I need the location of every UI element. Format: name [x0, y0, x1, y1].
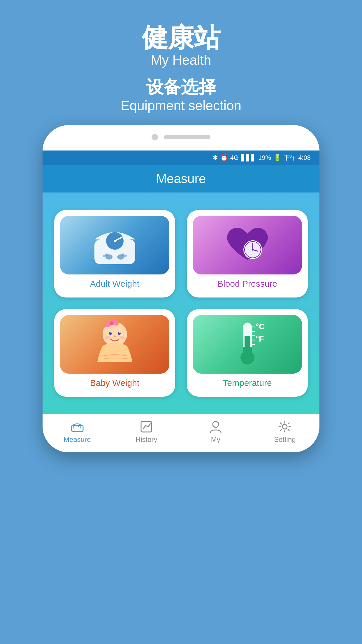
time-display: 下午 4:08: [284, 153, 311, 162]
history-nav-icon: [139, 420, 154, 433]
svg-point-20: [109, 332, 112, 335]
nav-item-measure[interactable]: Measure: [43, 420, 112, 444]
app-title-chinese: 健康站: [142, 23, 220, 52]
svg-point-7: [103, 255, 106, 257]
bluetooth-icon: ✱: [212, 154, 218, 162]
status-bar: ✱ ⏰ 4G ▋▋▋ 19% 🔋 下午 4:08: [43, 150, 319, 165]
temperature-label: Temperature: [223, 378, 272, 388]
front-camera: [152, 134, 158, 140]
network-icon: 4G: [230, 154, 239, 162]
phone-speaker: [164, 135, 210, 139]
nav-item-my[interactable]: My: [181, 420, 250, 444]
cards-grid: Adult Weight: [43, 192, 319, 414]
adult-weight-card[interactable]: Adult Weight: [54, 210, 175, 298]
equipment-cn: 设备选择: [121, 77, 241, 98]
svg-rect-44: [141, 421, 152, 432]
my-nav-label: My: [211, 435, 220, 444]
phone-screen: ✱ ⏰ 4G ▋▋▋ 19% 🔋 下午 4:08 Measure: [43, 150, 319, 452]
svg-point-31: [242, 352, 253, 363]
nav-item-history[interactable]: History: [112, 420, 181, 444]
svg-text:°C: °C: [256, 322, 265, 331]
bottom-nav: Measure History My: [43, 414, 319, 452]
thermometer-icon: °C °F: [224, 318, 271, 371]
blood-pressure-card[interactable]: Blood Pressure: [187, 210, 308, 298]
phone-camera-area: [152, 134, 210, 140]
setting-nav-icon: [277, 420, 292, 433]
measure-nav-label: Measure: [64, 435, 91, 444]
svg-point-25: [105, 336, 110, 340]
baby-weight-card[interactable]: Baby Weight: [54, 309, 175, 397]
baby-weight-icon-area: [60, 315, 169, 374]
screen-title: Measure: [51, 172, 311, 186]
svg-point-15: [252, 249, 254, 251]
battery-icon: 🔋: [273, 154, 281, 162]
my-nav-icon: [208, 420, 223, 433]
app-bar: Measure: [43, 165, 319, 192]
temperature-card[interactable]: °C °F Temperature: [187, 309, 308, 397]
app-title-english: My Health: [142, 52, 220, 68]
svg-point-46: [282, 424, 287, 429]
svg-point-21: [118, 332, 121, 335]
heart-clock-icon: [221, 222, 274, 269]
battery-percent: 19%: [258, 154, 271, 162]
equipment-label: 设备选择 Equipment selection: [121, 77, 241, 113]
baby-icon: [89, 318, 141, 371]
svg-text:°F: °F: [256, 334, 264, 343]
svg-point-9: [124, 255, 127, 257]
adult-weight-icon-area: [60, 216, 169, 274]
svg-point-45: [213, 421, 219, 427]
baby-weight-label: Baby Weight: [90, 378, 140, 388]
status-icons: ✱ ⏰ 4G ▋▋▋ 19% 🔋 下午 4:08: [212, 153, 311, 162]
phone-hardware-top: [43, 125, 319, 150]
alarm-icon: ⏰: [220, 154, 228, 162]
equipment-en: Equipment selection: [121, 98, 241, 113]
nav-item-setting[interactable]: Setting: [250, 420, 320, 444]
svg-point-3: [114, 240, 116, 242]
svg-point-23: [119, 332, 120, 333]
phone-shell: ✱ ⏰ 4G ▋▋▋ 19% 🔋 下午 4:08 Measure: [43, 125, 319, 452]
app-header: 健康站 My Health: [142, 0, 220, 68]
history-nav-label: History: [136, 435, 157, 444]
svg-point-22: [110, 332, 112, 333]
svg-rect-39: [71, 426, 83, 431]
svg-point-19: [110, 321, 113, 325]
signal-bars: ▋▋▋: [241, 154, 256, 162]
temperature-icon-area: °C °F: [193, 315, 302, 374]
svg-point-26: [120, 336, 125, 340]
svg-point-24: [114, 335, 116, 337]
blood-pressure-icon-area: [193, 216, 302, 274]
measure-nav-icon: [70, 420, 85, 433]
blood-pressure-label: Blood Pressure: [217, 279, 277, 289]
setting-nav-label: Setting: [274, 435, 296, 444]
adult-weight-label: Adult Weight: [90, 279, 140, 289]
scale-icon: [89, 222, 141, 269]
